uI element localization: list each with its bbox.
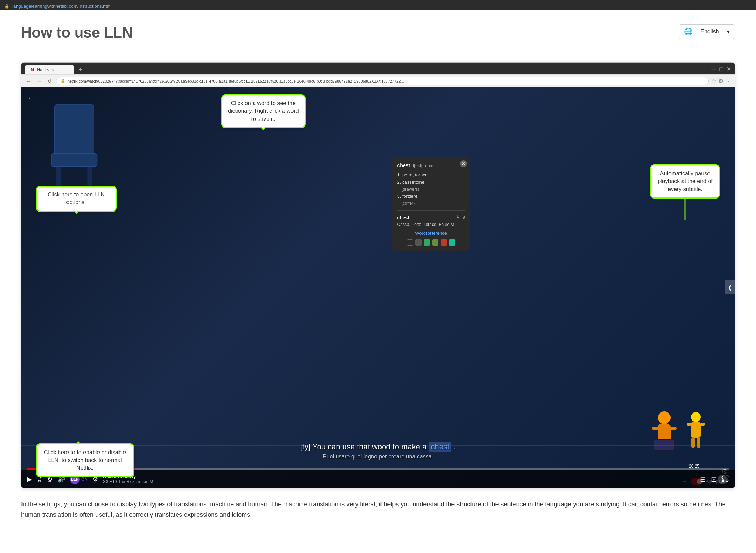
play-button[interactable]: ▶: [27, 475, 32, 483]
annotation-options: Click here to open LLN options.: [36, 186, 117, 212]
annotation-auto-pause: Automatically pause playback at the end …: [650, 164, 720, 199]
panel-toggle-button[interactable]: ❮: [725, 280, 735, 294]
dict-pos: noun: [425, 163, 435, 168]
nested-tabs-row: N Netflix ✕ + — ◻ ✕: [21, 63, 735, 74]
color-swatch-teal[interactable]: [449, 239, 455, 246]
netflix-tab[interactable]: N Netflix ✕: [25, 65, 74, 74]
svg-point-10: [691, 412, 701, 422]
dict-color-swatches: [397, 239, 465, 246]
episodes-button[interactable]: ⊟: [700, 475, 706, 483]
page-content: How to use LLN 🌐 English ▾ N Netflix ✕ +…: [0, 10, 756, 534]
scroll-down-button[interactable]: ❯: [718, 475, 728, 484]
nested-browser: N Netflix ✕ + — ◻ ✕ ← → ↺ 🔒 netflix.co: [21, 62, 735, 488]
dict-word: chest: [397, 163, 410, 168]
dict-pronunciation: [tʃest]: [412, 163, 422, 168]
dict-bing-translation: Cassa, Petto, Torace, Baule M: [397, 222, 465, 227]
description-text: In the settings, you can choose to displ…: [21, 499, 735, 520]
video-background: [21, 87, 735, 488]
dict-def-2: 2. cassettone: [397, 179, 465, 186]
address-bar[interactable]: 🔒 netflix.com/watch/80202674?trackId=141…: [56, 77, 709, 85]
dict-bing-word: chest: [397, 215, 409, 220]
language-selector[interactable]: 🌐 English ▾: [679, 24, 735, 39]
menu-icon[interactable]: ⋮: [725, 78, 731, 84]
lock-icon: 🔒: [4, 4, 9, 9]
dict-close-button[interactable]: ✕: [460, 160, 467, 167]
subtitle-text-before: [ty] You can use that wood to make a: [300, 442, 427, 451]
dict-bing-label: Bing: [457, 214, 465, 219]
address-lock-icon: 🔒: [60, 79, 65, 83]
nested-browser-chrome: N Netflix ✕ + — ◻ ✕ ← → ↺ 🔒 netflix.co: [21, 63, 735, 87]
browser-chrome: 🔒 languagelearningwithnetflix.com/instru…: [0, 0, 756, 10]
video-episode: S3:E10 The Rickchurian M: [103, 479, 153, 484]
svg-rect-1: [51, 154, 97, 167]
nav-actions: ☆ ⚙ ⋮: [711, 78, 731, 84]
nested-nav-row: ← → ↺ 🔒 netflix.com/watch/80202674?track…: [21, 74, 735, 87]
dict-divider: [397, 210, 465, 211]
dict-def-3-sub: (coffer): [402, 200, 465, 207]
chevron-down-icon: ▾: [727, 28, 730, 35]
tab-label: Netflix: [37, 67, 49, 72]
dictionary-popup: ✕ chest [tʃest] noun 1. petto, torace 2.…: [392, 157, 470, 251]
maximize-button[interactable]: ◻: [719, 66, 724, 72]
tab-close-icon[interactable]: ✕: [51, 67, 55, 72]
close-button[interactable]: ✕: [726, 66, 731, 72]
time-display: 20:25: [689, 464, 699, 469]
player-back-button[interactable]: ←: [27, 93, 36, 103]
new-tab-button[interactable]: +: [76, 66, 84, 73]
address-url: netflix.com/watch/80202674?trackId=14170…: [68, 79, 404, 83]
netflix-icon: N: [31, 67, 34, 72]
header-row: How to use LLN 🌐 English ▾: [21, 24, 735, 52]
bookmark-icon[interactable]: ☆: [711, 78, 716, 84]
color-swatch-dark[interactable]: [415, 239, 422, 246]
svg-rect-3: [87, 167, 92, 186]
svg-rect-0: [55, 104, 94, 157]
color-swatch-empty[interactable]: [407, 239, 413, 246]
subtitles-button[interactable]: ⊡: [711, 475, 717, 483]
forward-nav-button[interactable]: →: [36, 78, 43, 85]
svg-rect-13: [700, 423, 705, 426]
dict-def-1: 1. petto, torace: [397, 171, 465, 179]
lang-label: English: [700, 28, 719, 35]
page-title: How to use LLN: [21, 24, 133, 41]
svg-rect-2: [56, 167, 61, 186]
dict-def-3: 3. forziere: [397, 193, 465, 200]
annotation-enable-disable: Click here to to enable or disable LLN, …: [36, 443, 134, 477]
back-nav-button[interactable]: ←: [25, 78, 33, 85]
svg-point-4: [658, 411, 671, 424]
dict-def-2-sub: (drawers): [402, 186, 465, 193]
annotation-word-click: Click on a word to see the dictionary. R…: [221, 94, 306, 128]
svg-rect-12: [687, 423, 691, 426]
svg-rect-7: [670, 427, 677, 430]
subtitle-word-highlighted[interactable]: chest: [429, 442, 451, 452]
svg-rect-6: [652, 427, 658, 430]
subtitle-text-after: .: [454, 442, 456, 451]
video-player: ← ❮ Click on a word to see the dictionar…: [21, 87, 735, 488]
svg-rect-11: [691, 422, 701, 438]
color-swatch-olive[interactable]: [432, 239, 438, 246]
minimize-button[interactable]: —: [711, 66, 716, 72]
dict-wordref-link[interactable]: WordReference: [397, 230, 465, 236]
lln-on-label: ON: [81, 477, 88, 482]
scene-chair: [36, 98, 113, 196]
dict-bing-section: chest Bing Cassa, Petto, Torace, Baule M: [397, 214, 465, 227]
reload-button[interactable]: ↺: [46, 78, 53, 85]
browser-url: languagelearningwithnetflix.com/instruct…: [12, 4, 112, 9]
extensions-icon[interactable]: ⚙: [718, 78, 723, 84]
color-swatch-green[interactable]: [424, 239, 430, 246]
globe-icon: 🌐: [684, 27, 693, 36]
browser-title-bar: 🔒 languagelearningwithnetflix.com/instru…: [0, 2, 756, 10]
dict-definitions: 1. petto, torace 2. cassettone (drawers)…: [397, 171, 465, 207]
color-swatch-orange[interactable]: [441, 239, 447, 246]
